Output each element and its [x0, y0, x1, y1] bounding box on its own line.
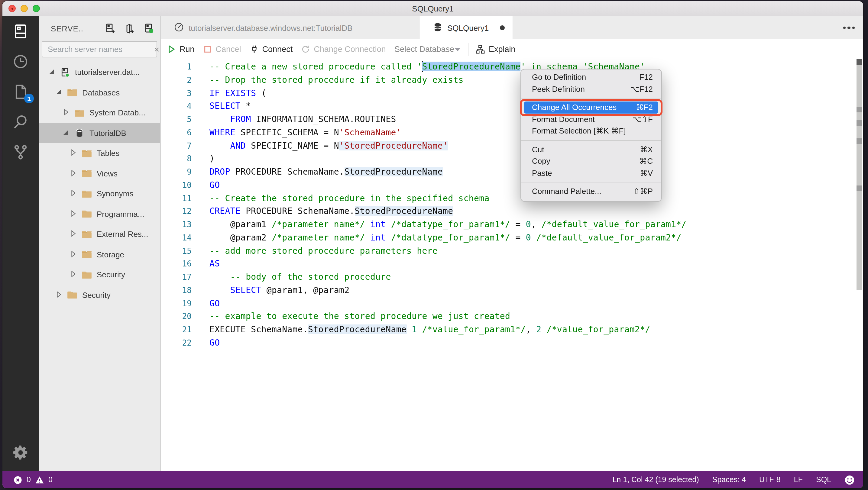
server-search-box[interactable]: ×: [42, 41, 157, 57]
code-line[interactable]: 4SELECT *: [161, 100, 863, 113]
chevron-expanded-icon[interactable]: [48, 70, 55, 75]
chevron-expanded-icon[interactable]: [55, 90, 62, 95]
errors-icon[interactable]: [13, 475, 22, 484]
line-number: 2: [161, 74, 192, 87]
occurrence-marker: [857, 138, 862, 144]
servers-icon[interactable]: [2, 16, 39, 46]
menu-item-command-palette[interactable]: Command Palette...⇧⌘P: [521, 186, 661, 197]
more-actions-icon[interactable]: [843, 16, 855, 39]
code-line[interactable]: 22GO: [161, 336, 863, 350]
eol[interactable]: LF: [794, 476, 803, 484]
chevron-down-icon: [455, 47, 461, 51]
zoom-button[interactable]: [33, 5, 40, 12]
code-line[interactable]: 15-- add more stored procedure parameter…: [161, 244, 863, 258]
overview-ruler[interactable]: [857, 63, 862, 290]
task-history-icon[interactable]: [2, 46, 39, 77]
search-icon[interactable]: [2, 107, 39, 137]
code-text: -- Drop the stored procedure if it alrea…: [210, 74, 464, 87]
code-line[interactable]: 21EXECUTE SchemaName.StoredProcedureName…: [161, 323, 863, 336]
tree-item-views[interactable]: Views: [39, 163, 160, 184]
run-button[interactable]: Run: [167, 45, 195, 54]
menu-item-format-document[interactable]: Format Document⌥⇧F: [521, 113, 661, 125]
encoding[interactable]: UTF-8: [759, 476, 781, 484]
tree-item-databases[interactable]: Databases: [39, 83, 160, 103]
tree-item-security[interactable]: Security: [39, 285, 160, 305]
menu-item-cut[interactable]: Cut⌘X: [521, 143, 661, 155]
clear-search-icon[interactable]: ×: [154, 45, 160, 54]
token: [210, 140, 230, 150]
minimize-button[interactable]: [21, 5, 28, 12]
connect-button[interactable]: Connect: [250, 45, 293, 54]
code-line[interactable]: 18 SELECT @param1, @param2: [161, 284, 863, 297]
tree-item-tutorialdb[interactable]: TutorialDB: [39, 123, 160, 143]
indentation[interactable]: Spaces: 4: [712, 476, 746, 484]
chevron-expanded-icon[interactable]: [62, 131, 69, 136]
warnings-icon[interactable]: [35, 475, 44, 484]
tab-dashboard[interactable]: tutorialserver.database.windows.net:Tuto…: [161, 16, 420, 39]
open-editors-icon[interactable]: 1: [2, 77, 39, 107]
tree-item-security[interactable]: Security: [39, 265, 160, 285]
menu-item-paste[interactable]: Paste⌘V: [521, 167, 661, 179]
close-button[interactable]: [8, 5, 16, 12]
new-server-group-icon[interactable]: [123, 23, 135, 34]
chevron-collapsed-icon[interactable]: [69, 149, 77, 158]
code-line[interactable]: 1-- Create a new stored procedure called…: [161, 60, 863, 74]
tree-item-tables[interactable]: Tables: [39, 143, 160, 163]
token: @param1, @param2: [261, 285, 350, 295]
explain-button[interactable]: Explain: [476, 45, 516, 54]
menu-item-change-all-occurrences[interactable]: Change All Occurrences⌘F2: [524, 101, 658, 113]
chevron-collapsed-icon[interactable]: [69, 230, 77, 239]
menu-item-format-selection-k-f[interactable]: Format Selection [⌘K ⌘F]: [521, 125, 661, 137]
tree-item-programma[interactable]: Programma...: [39, 204, 160, 224]
code-line[interactable]: 17 -- body of the stored procedure: [161, 271, 863, 284]
menu-item-peek-definition[interactable]: Peek Definition⌥F12: [521, 83, 661, 95]
code-text: ): [210, 153, 215, 166]
code-line[interactable]: 7 AND SPECIFIC_NAME = N'StoredProcedureN…: [161, 139, 863, 153]
servers-sidebar: SERVE.. × tutorialserver.dat...Databases…: [39, 16, 161, 471]
new-connection-icon[interactable]: [104, 23, 116, 34]
language-mode[interactable]: SQL: [816, 476, 831, 484]
chevron-collapsed-icon[interactable]: [69, 270, 77, 280]
code-line[interactable]: 12CREATE PROCEDURE SchemaName.StoredProc…: [161, 205, 863, 219]
folder-icon: [82, 230, 92, 239]
chevron-collapsed-icon[interactable]: [69, 169, 77, 178]
code-line[interactable]: 6WHERE SPECIFIC_SCHEMA = N'SchemaName': [161, 126, 863, 139]
code-line[interactable]: 11-- Create the stored procedure in the …: [161, 192, 863, 205]
code-line[interactable]: 13 @param1 /*parameter name*/ int /*data…: [161, 218, 863, 231]
scrollbar-thumb[interactable]: [857, 59, 862, 65]
code-line[interactable]: 10GO: [161, 179, 863, 192]
active-connections-icon[interactable]: [143, 23, 154, 34]
tree-item-external-res[interactable]: External Res...: [39, 224, 160, 244]
code-line[interactable]: 14 @param2 /*parameter name*/ int /*data…: [161, 231, 863, 245]
tab-sqlquery1[interactable]: SQLQuery1: [420, 16, 513, 39]
code-line[interactable]: 16AS: [161, 258, 863, 271]
source-control-icon[interactable]: [2, 137, 39, 167]
select-database-dropdown[interactable]: Select Database: [395, 45, 461, 54]
code-editor[interactable]: 1-- Create a new stored procedure called…: [161, 59, 863, 471]
menu-item-go-to-definition[interactable]: Go to DefinitionF12: [521, 71, 661, 83]
code-line[interactable]: 5 FROM INFORMATION_SCHEMA.ROUTINES: [161, 113, 863, 126]
code-line[interactable]: 9DROP PROCEDURE SchemaName.StoredProcedu…: [161, 166, 863, 179]
code-line[interactable]: 3IF EXISTS (: [161, 87, 863, 100]
cursor-position[interactable]: Ln 1, Col 42 (19 selected): [612, 476, 699, 484]
code-line[interactable]: 20-- example to execute the stored proce…: [161, 310, 863, 324]
chevron-collapsed-icon[interactable]: [55, 291, 62, 300]
feedback-smiley-icon[interactable]: [844, 475, 855, 485]
code-line[interactable]: 8): [161, 153, 863, 166]
settings-gear-icon[interactable]: [2, 437, 39, 468]
tree-item-storage[interactable]: Storage: [39, 244, 160, 265]
tree-item-synonyms[interactable]: Synonyms: [39, 184, 160, 204]
change-connection-button: Change Connection: [301, 45, 386, 54]
menu-item-copy[interactable]: Copy⌘C: [521, 155, 661, 167]
tree-item-tutorialserver-dat[interactable]: tutorialserver.dat...: [39, 62, 160, 83]
chevron-collapsed-icon[interactable]: [62, 108, 69, 118]
warning-count[interactable]: 0: [49, 476, 53, 484]
chevron-collapsed-icon[interactable]: [69, 210, 77, 219]
error-count[interactable]: 0: [27, 476, 31, 484]
chevron-collapsed-icon[interactable]: [69, 189, 77, 198]
code-line[interactable]: 2-- Drop the stored procedure if it alre…: [161, 74, 863, 87]
server-search-input[interactable]: [48, 45, 154, 54]
chevron-collapsed-icon[interactable]: [69, 250, 77, 259]
tree-item-system-datab[interactable]: System Datab...: [39, 103, 160, 123]
code-line[interactable]: 19GO: [161, 297, 863, 310]
